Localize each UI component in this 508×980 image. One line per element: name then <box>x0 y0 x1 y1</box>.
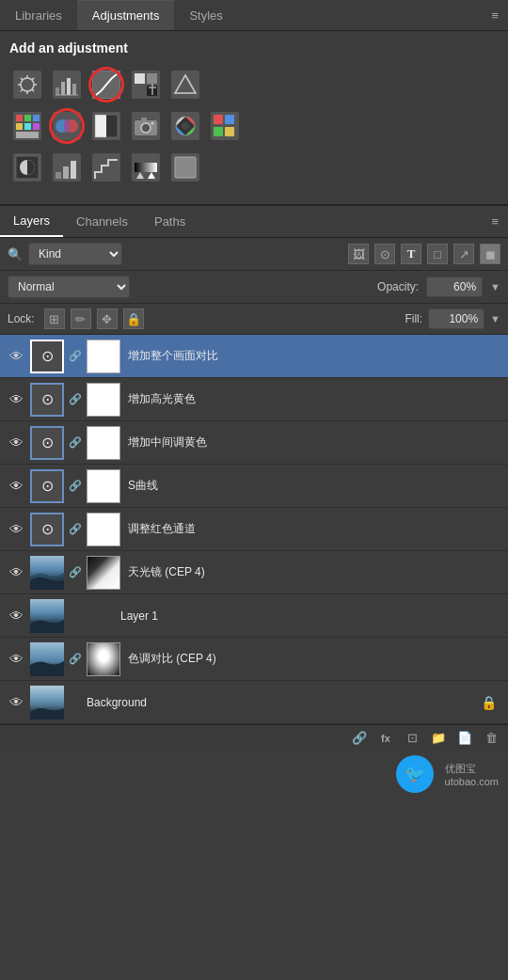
adj-channel-mixer[interactable] <box>167 108 203 144</box>
svg-rect-73 <box>30 556 64 590</box>
fill-dropdown-icon[interactable]: ▼ <box>490 313 500 324</box>
adj-posterize[interactable] <box>49 150 85 185</box>
table-row[interactable]: 👁 ⊙ 🔗 增加高光黄色 <box>0 378 508 421</box>
table-row[interactable]: 👁 <box>0 594 508 638</box>
tab-adjustments[interactable]: Adjustments <box>77 0 175 30</box>
layer-thumbnail <box>30 642 64 676</box>
lock-pixels-icon[interactable]: ✏ <box>71 308 91 329</box>
svg-rect-68 <box>135 163 157 172</box>
layer-link-icon[interactable]: 🔗 <box>68 340 83 373</box>
layers-panel: Layers Channels Paths ≡ 🔍 Kind 🖼 ⊙ T □ ↗… <box>0 204 508 751</box>
tab-paths[interactable]: Paths <box>141 207 198 236</box>
layer-name: 增加高光黄色 <box>124 391 502 407</box>
filter-shape-icon[interactable]: □ <box>427 244 448 264</box>
layer-visibility-icon[interactable]: 👁 <box>6 519 26 540</box>
layer-link-icon[interactable]: 🔗 <box>68 469 83 503</box>
table-row[interactable]: 👁 <box>0 551 508 594</box>
svg-rect-74 <box>30 599 64 633</box>
lock-transparency-icon[interactable]: ⊞ <box>44 308 65 329</box>
svg-rect-40 <box>95 115 106 137</box>
adj-bw[interactable] <box>88 108 124 144</box>
filter-pixel-icon[interactable]: 🖼 <box>348 244 369 264</box>
table-row[interactable]: 👁 <box>0 681 508 724</box>
tab-libraries[interactable]: Libraries <box>0 1 77 30</box>
tab-layers[interactable]: Layers <box>0 206 63 237</box>
layer-mask-thumbnail <box>87 469 120 503</box>
layer-thumbnail <box>30 599 64 633</box>
layer-visibility-icon[interactable]: 👁 <box>6 389 26 410</box>
filter-type-icon[interactable]: T <box>401 244 421 264</box>
layer-visibility-icon[interactable]: 👁 <box>6 606 26 626</box>
table-row[interactable]: 👁 ⊙ 🔗 增加中间调黄色 <box>0 421 508 465</box>
svg-point-50 <box>151 122 154 125</box>
layers-panel-menu[interactable]: ≡ <box>482 207 508 236</box>
delete-layer-icon[interactable]: 🗑 <box>482 729 500 748</box>
adj-brightness-contrast[interactable] <box>9 67 45 103</box>
adj-levels[interactable] <box>49 67 85 103</box>
layer-link-icon[interactable]: 🔗 <box>68 513 83 546</box>
adjustments-title: Add an adjustment <box>9 40 499 55</box>
fill-input[interactable] <box>428 308 484 329</box>
adj-selective-color[interactable] <box>167 150 203 185</box>
tab-channels[interactable]: Channels <box>63 207 141 236</box>
layer-visibility-icon[interactable]: 👁 <box>6 476 26 497</box>
filter-kind-select[interactable]: Kind <box>28 243 122 265</box>
layer-link-icon[interactable]: 🔗 <box>68 642 83 676</box>
layer-link-icon[interactable]: 🔗 <box>68 426 83 460</box>
layer-thumbnail: ⊙ <box>30 469 64 503</box>
layer-link-icon[interactable]: 🔗 <box>68 556 83 590</box>
layer-mask-thumbnail <box>87 642 120 676</box>
table-row[interactable]: 👁 ⊙ 🔗 调整红色通道 <box>0 508 508 551</box>
layer-photo-thumb <box>30 599 64 633</box>
table-row[interactable]: 👁 ⊙ 🔗 S曲线 <box>0 465 508 508</box>
layer-name: 增加整个画面对比 <box>124 348 502 364</box>
new-group-icon[interactable]: 📁 <box>429 729 448 748</box>
adj-hsl[interactable] <box>9 108 45 144</box>
adj-photo-filter[interactable] <box>128 108 164 144</box>
svg-rect-63 <box>56 172 61 179</box>
layer-visibility-icon[interactable]: 👁 <box>6 692 26 713</box>
layer-link-icon[interactable]: 🔗 <box>68 383 83 417</box>
layer-mask-thumbnail <box>87 340 120 373</box>
filter-adjustment-icon[interactable]: ⊙ <box>374 244 395 264</box>
layer-mask-thumbnail <box>87 426 120 460</box>
lock-position-icon[interactable]: ✥ <box>97 308 118 329</box>
lock-all-icon[interactable]: 🔒 <box>123 308 144 329</box>
top-tab-bar: Libraries Adjustments Styles ≡ <box>0 0 508 31</box>
adj-threshold[interactable] <box>88 150 124 185</box>
filter-toggle[interactable]: ◼ <box>480 244 500 264</box>
layer-name: 增加中间调黄色 <box>124 435 502 450</box>
opacity-input[interactable] <box>426 277 483 297</box>
opacity-dropdown-icon[interactable]: ▼ <box>490 281 500 292</box>
layer-visibility-icon[interactable]: 👁 <box>6 346 26 367</box>
adj-color-lookup[interactable] <box>207 108 243 144</box>
svg-point-53 <box>182 122 189 130</box>
table-row[interactable]: 👁 🔗 <box>0 638 508 681</box>
adjustment-icon: ⊙ <box>30 383 64 417</box>
layer-visibility-icon[interactable]: 👁 <box>6 562 26 583</box>
svg-rect-21 <box>135 86 145 96</box>
filter-smart-icon[interactable]: ↗ <box>453 244 474 264</box>
adj-curves[interactable] <box>88 67 124 103</box>
adj-gradient-map[interactable] <box>128 150 164 185</box>
watermark-area: 🐦 优图宝 utobao.com <box>0 751 508 798</box>
watermark-name: 优图宝 <box>445 762 499 776</box>
search-icon: 🔍 <box>8 247 23 261</box>
panel-menu-icon[interactable]: ≡ <box>482 1 508 30</box>
tab-styles[interactable]: Styles <box>174 1 237 30</box>
adj-vibrance[interactable] <box>167 67 203 103</box>
link-layers-icon[interactable]: 🔗 <box>350 729 369 748</box>
adj-color-balance[interactable] <box>49 108 85 144</box>
layer-visibility-icon[interactable]: 👁 <box>6 649 26 670</box>
table-row[interactable]: 👁 ⊙ 🔗 增加整个画面对比 <box>0 335 508 378</box>
svg-rect-30 <box>33 115 40 121</box>
layer-visibility-icon[interactable]: 👁 <box>6 433 26 453</box>
adj-row-1 <box>9 67 499 103</box>
layer-name: 天光镜 (CEP 4) <box>124 564 502 580</box>
layer-effects-icon[interactable]: fx <box>376 729 395 748</box>
add-mask-icon[interactable]: ⊡ <box>403 729 421 748</box>
new-layer-icon[interactable]: 📄 <box>455 729 474 748</box>
blend-mode-select[interactable]: Normal <box>8 276 130 298</box>
adj-exposure[interactable] <box>128 67 164 103</box>
adj-invert[interactable] <box>9 150 45 185</box>
